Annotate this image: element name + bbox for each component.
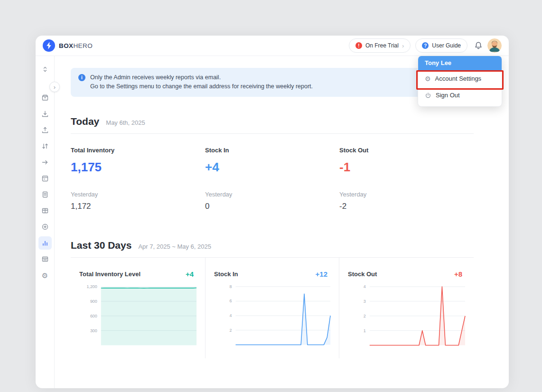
notifications-button[interactable] [474, 41, 483, 50]
sidebar-item-inventory-list[interactable] [38, 252, 52, 266]
line-chart-stock-out: 1234 [346, 281, 469, 352]
chart-card-stock-out: Stock Out +8 1234 [339, 258, 474, 358]
svg-text:900: 900 [90, 299, 97, 304]
bar-chart-icon [41, 239, 49, 247]
chart-title: Stock Out [348, 271, 377, 278]
today-section: Today May 6th, 2025 Total Inventory 1,17… [71, 116, 474, 211]
svg-text:600: 600 [90, 313, 97, 318]
chart-change-badge: +4 [186, 270, 194, 278]
svg-text:300: 300 [90, 328, 97, 333]
sidebar-item-items[interactable] [38, 91, 52, 104]
stat-label: Stock In [205, 147, 339, 154]
today-title: Today [71, 116, 99, 127]
sidebar-item-add[interactable] [38, 220, 52, 233]
svg-text:1,200: 1,200 [86, 284, 97, 289]
topbar-actions: ! On Free Trial › ? User Guide [349, 38, 502, 53]
info-icon: i [78, 74, 85, 81]
chart-change-badge: +8 [454, 270, 462, 278]
charts-row: Total Inventory Level +4 3006009001,200 … [71, 258, 474, 358]
last30-range: Apr 7, 2025 ~ May 6, 2025 [138, 243, 211, 250]
boxhero-logo-icon [43, 39, 55, 52]
stat-yesterday-value: -2 [339, 202, 474, 211]
sidebar-item-stock-out[interactable] [38, 123, 52, 137]
stat-label: Total Inventory [71, 147, 205, 154]
question-icon: ? [422, 42, 429, 49]
arrow-right-icon [41, 159, 49, 166]
sidebar-item-settings[interactable]: ⚙ [38, 269, 52, 282]
app-window: BOXHERO ! On Free Trial › ? User Guide [36, 36, 509, 388]
top-bar: BOXHERO ! On Free Trial › ? User Guide [36, 36, 509, 56]
user-menu: Tony Lee ⚙ Account Settings Sign Out [418, 56, 502, 107]
divider [71, 133, 474, 134]
last30-section: Last 30 Days Apr 7, 2025 ~ May 6, 2025 T… [71, 240, 474, 358]
plus-circle-icon [41, 223, 49, 231]
bell-icon [474, 41, 483, 50]
last30-title: Last 30 Days [71, 240, 131, 251]
chart-card-stock-in: Stock In +12 2468 [205, 258, 339, 358]
info-banner-line2: Go to the Settings menu to change the em… [90, 82, 313, 91]
document-icon [41, 191, 49, 198]
gear-icon: ⚙ [425, 75, 431, 82]
sidebar-item-past-quantity[interactable] [38, 172, 52, 185]
sidebar-item-adjust[interactable] [38, 140, 52, 153]
swap-vertical-icon [41, 142, 49, 150]
line-chart-stock-in: 2468 [212, 281, 334, 351]
stock-in-icon [41, 110, 49, 118]
account-settings-label: Account Settings [435, 75, 482, 82]
svg-text:6: 6 [230, 299, 232, 303]
svg-text:3: 3 [364, 299, 366, 304]
user-menu-name[interactable]: Tony Lee [418, 56, 502, 70]
stat-yesterday-label: Yesterday [339, 191, 474, 198]
stat-total-inventory: Total Inventory 1,175 Yesterday 1,172 [71, 147, 205, 211]
account-settings-item[interactable]: ⚙ Account Settings [418, 70, 502, 87]
brand: BOXHERO [43, 39, 93, 52]
stat-value: 1,175 [71, 160, 205, 175]
stat-value: +4 [205, 160, 339, 175]
sidebar-expand-button[interactable]: › [49, 82, 60, 92]
stat-yesterday-value: 0 [205, 202, 339, 211]
free-trial-button[interactable]: ! On Free Trial › [349, 38, 411, 53]
stat-label: Stock Out [339, 147, 474, 154]
stat-stock-in: Stock In +4 Yesterday 0 [205, 147, 339, 211]
sign-out-item[interactable]: Sign Out [418, 87, 502, 103]
calendar-icon [41, 175, 49, 182]
chart-change-badge: +12 [316, 270, 327, 278]
user-guide-label: User Guide [432, 42, 461, 49]
stat-value: -1 [339, 160, 474, 175]
svg-text:4: 4 [364, 284, 366, 289]
sidebar-item-sort[interactable] [38, 63, 52, 76]
stat-yesterday-value: 1,172 [71, 202, 205, 211]
sidebar-item-purchase-sales[interactable] [38, 188, 52, 201]
box-icon [41, 94, 49, 102]
sign-out-label: Sign Out [436, 92, 460, 99]
info-banner-text: Only the Admin receives weekly reports v… [90, 73, 313, 92]
sidebar: ⚙ [36, 56, 55, 388]
chart-card-total-inventory: Total Inventory Level +4 3006009001,200 [71, 258, 205, 358]
chevron-right-icon: › [402, 42, 404, 49]
today-date: May 6th, 2025 [106, 119, 145, 126]
line-chart-total-inventory: 3006009001,200 [77, 281, 200, 352]
stat-yesterday-label: Yesterday [71, 191, 205, 198]
today-stats: Total Inventory 1,175 Yesterday 1,172 St… [71, 147, 474, 211]
gear-icon: ⚙ [42, 271, 48, 280]
stat-yesterday-label: Yesterday [205, 191, 339, 198]
brand-name: BOXHERO [59, 42, 93, 49]
power-icon [425, 92, 431, 99]
info-banner-line1: Only the Admin receives weekly reports v… [90, 73, 313, 82]
sidebar-item-move[interactable] [38, 156, 52, 169]
free-trial-label: On Free Trial [365, 42, 399, 49]
table-icon [41, 207, 49, 215]
sidebar-item-stock-in[interactable] [38, 107, 52, 121]
chart-title: Total Inventory Level [79, 271, 140, 278]
stat-stock-out: Stock Out -1 Yesterday -2 [339, 147, 474, 211]
svg-text:2: 2 [230, 328, 232, 333]
sidebar-item-datasheet[interactable] [38, 204, 52, 217]
svg-text:4: 4 [230, 313, 232, 318]
user-guide-button[interactable]: ? User Guide [415, 38, 467, 53]
svg-text:1: 1 [364, 328, 366, 333]
trial-alert-icon: ! [355, 42, 362, 49]
svg-text:8: 8 [230, 284, 232, 289]
sidebar-item-analytics[interactable] [38, 236, 52, 250]
list-box-icon [41, 255, 49, 263]
user-avatar[interactable] [487, 38, 502, 53]
